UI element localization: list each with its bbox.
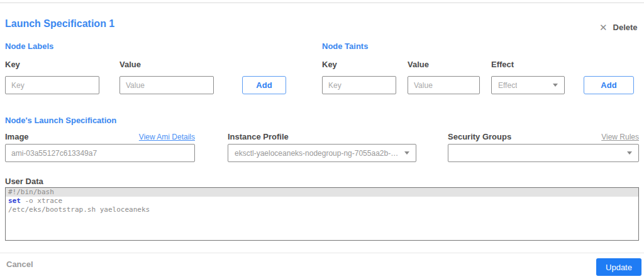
- code-line: set -o xtrace: [6, 197, 638, 205]
- cancel-button[interactable]: Cancel: [6, 260, 33, 269]
- instance-profile-select[interactable]: eksctl-yaeloceaneks-nodegroup-ng-7055aa2…: [228, 144, 416, 162]
- footer-divider: [0, 253, 644, 253]
- node-labels-add-button[interactable]: Add: [242, 76, 286, 94]
- node-taints-value-label: Value: [408, 60, 429, 69]
- view-rules-link[interactable]: View Rules: [601, 133, 639, 141]
- node-taints-key-label: Key: [322, 60, 337, 69]
- chevron-down-icon: [404, 151, 409, 155]
- chevron-down-icon: [627, 151, 632, 155]
- image-input[interactable]: [5, 144, 195, 162]
- instance-profile-label: Instance Profile: [228, 132, 289, 141]
- top-divider: [0, 3, 644, 3]
- user-data-editor[interactable]: #!/bin/bash set -o xtrace /etc/eks/boots…: [5, 187, 639, 241]
- node-taints-section-title: Node Taints: [322, 41, 368, 51]
- close-icon: ✕: [599, 23, 608, 32]
- launch-spec-section-title: Node's Launch Specification: [5, 116, 116, 125]
- node-taints-effect-select[interactable]: Effect: [491, 76, 565, 94]
- chevron-down-icon: [553, 84, 558, 87]
- image-label-row: Image View Ami Details: [5, 132, 195, 141]
- view-ami-details-link[interactable]: View Ami Details: [139, 133, 195, 141]
- code-line: #!/bin/bash: [6, 188, 638, 197]
- node-taints-value-input[interactable]: [408, 76, 480, 94]
- node-labels-value-input[interactable]: [119, 76, 214, 94]
- delete-button[interactable]: ✕ Delete: [599, 23, 638, 32]
- node-taints-effect-label: Effect: [491, 60, 514, 69]
- code-keyword: set: [8, 197, 21, 205]
- code-text: -o xtrace: [21, 197, 62, 205]
- security-groups-label: Security Groups: [448, 132, 511, 141]
- node-labels-key-input[interactable]: [5, 76, 99, 94]
- user-data-label: User Data: [5, 177, 43, 186]
- update-button[interactable]: Update: [596, 258, 641, 276]
- security-groups-label-row: Security Groups View Rules: [448, 132, 639, 141]
- launch-specification-panel: Launch Specification 1 ✕ Delete Node Lab…: [0, 0, 644, 279]
- node-labels-value-label: Value: [119, 60, 141, 69]
- security-groups-select[interactable]: [448, 144, 639, 162]
- effect-select-placeholder: Effect: [498, 81, 517, 90]
- node-labels-section-title: Node Labels: [5, 41, 53, 51]
- node-labels-key-label: Key: [5, 60, 20, 69]
- image-label: Image: [5, 132, 29, 141]
- instance-profile-value: eksctl-yaeloceaneks-nodegroup-ng-7055aa2…: [235, 149, 399, 158]
- code-line: /etc/eks/bootstrap.sh yaeloceaneks: [6, 205, 638, 214]
- page-title: Launch Specification 1: [5, 18, 114, 30]
- node-taints-key-input[interactable]: [322, 76, 396, 94]
- delete-button-label: Delete: [613, 23, 638, 32]
- node-taints-add-button[interactable]: Add: [584, 76, 634, 94]
